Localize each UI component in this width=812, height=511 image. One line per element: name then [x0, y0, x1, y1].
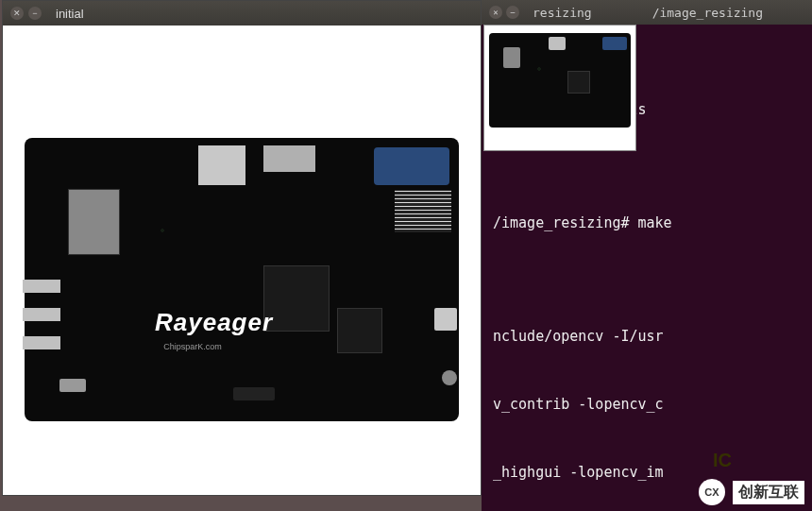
image-window-initial: ✕ − initial Rayeager ChipsparK.com [2, 0, 482, 496]
terminal-line: /image_resizing# make [493, 212, 801, 234]
usb-port-icon [434, 308, 457, 331]
terminal-titlebar[interactable]: ✕ − resizing /image_resizing [482, 0, 812, 25]
pcb-sublabel: ChipsparK.com [163, 342, 222, 351]
terminal-line: nclude/opencv -I/usr [493, 325, 801, 348]
usb-port-icon [23, 336, 60, 349]
module-icon [68, 189, 120, 255]
watermark: CX 创新互联 [699, 479, 804, 505]
terminal-title: resizing [533, 6, 592, 20]
sd-slot-icon [233, 387, 275, 400]
close-icon[interactable]: ✕ [10, 7, 24, 20]
window-title: initial [56, 7, 84, 21]
terminal-path: /image_resizing [652, 6, 763, 20]
ethernet-port-icon [198, 145, 245, 185]
usb-port-icon [23, 280, 60, 293]
hdmi-port-icon [263, 145, 315, 172]
vga-port-icon [602, 37, 627, 50]
image-viewport: Rayeager ChipsparK.com [3, 26, 481, 495]
micro-port-icon [59, 379, 86, 392]
pcb-brand-label: Rayeager [155, 308, 273, 337]
image-window-resizing [483, 25, 636, 151]
module-icon [503, 47, 520, 68]
chip-icon [337, 308, 382, 353]
window-titlebar[interactable]: ✕ − initial [3, 1, 481, 26]
pcb-traces [508, 52, 612, 109]
gpio-header-icon [395, 190, 451, 232]
terminal-line: v_contrib -lopencv_c [493, 393, 801, 416]
minimize-icon[interactable]: − [506, 6, 519, 19]
chip-icon [263, 265, 330, 332]
pcb-image: Rayeager ChipsparK.com [25, 138, 459, 421]
watermark-prefix: IC [713, 450, 732, 471]
vga-port-icon [374, 147, 449, 185]
watermark-logo-icon: CX [699, 479, 725, 505]
close-icon[interactable]: ✕ [489, 6, 502, 19]
minimize-icon[interactable]: − [28, 7, 42, 20]
watermark-text: 创新互联 [733, 481, 804, 504]
pcb-image-small [489, 33, 631, 128]
chip-icon [567, 71, 590, 94]
ethernet-port-icon [549, 37, 566, 50]
dc-jack-icon [442, 370, 457, 385]
usb-port-icon [23, 308, 60, 321]
